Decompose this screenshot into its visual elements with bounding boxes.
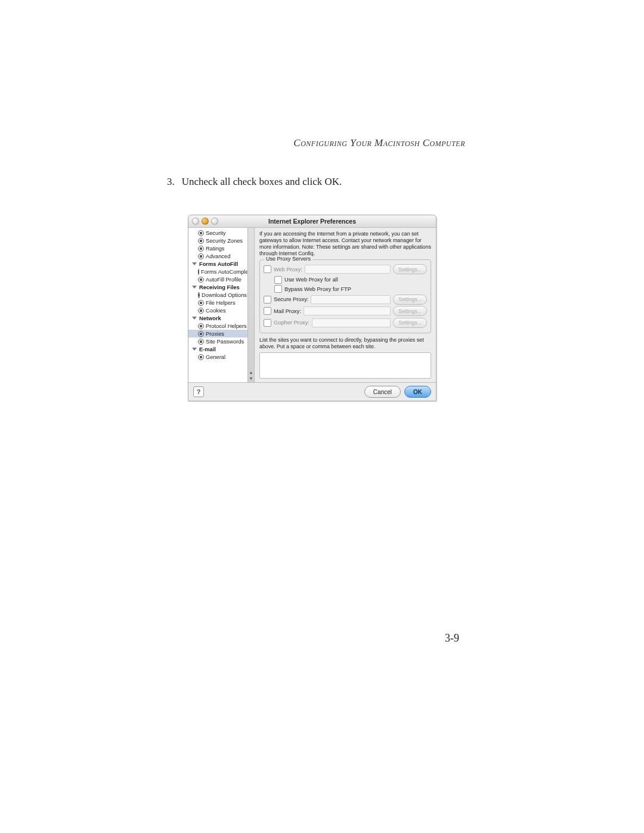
mail-proxy-row: Mail Proxy: Settings...: [264, 306, 427, 316]
sidebar-item-label: Site Passwords: [206, 339, 244, 345]
disclosure-triangle-icon[interactable]: [192, 317, 197, 320]
gopher-proxy-row: Gopher Proxy: Settings...: [264, 318, 427, 328]
sidebar-item-label: Security: [206, 230, 226, 236]
sidebar-item-autofill-profile[interactable]: AutoFill Profile: [188, 275, 248, 283]
gopher-proxy-settings-button[interactable]: Settings...: [393, 318, 427, 328]
bypass-ftp-checkbox[interactable]: [274, 285, 282, 293]
proxy-groupbox: Use Proxy Servers Web Proxy: Settings...…: [259, 259, 431, 334]
running-header: Configuring Your Macintosh Computer: [167, 137, 465, 149]
gopher-proxy-label: Gopher Proxy:: [274, 320, 309, 326]
sidebar-item-label: Forms AutoComplete: [201, 269, 253, 275]
sidebar-item-forms-autocomplete[interactable]: Forms AutoComplete: [188, 268, 248, 275]
window-titlebar: Internet Explorer Preferences: [188, 215, 436, 228]
sidebar-item-security[interactable]: Security: [188, 229, 248, 237]
bypass-sites-textarea[interactable]: [259, 352, 431, 379]
sidebar-scrollbar[interactable]: ▲ ▼: [247, 228, 254, 382]
use-web-proxy-all-label: Use Web Proxy for all: [284, 277, 338, 283]
mail-proxy-field[interactable]: [304, 306, 391, 315]
sidebar-item-label: Network: [199, 315, 221, 321]
sidebar-item-label: Forms AutoFill: [199, 261, 238, 267]
sidebar-item-label: AutoFill Profile: [206, 277, 242, 283]
web-proxy-field[interactable]: [305, 265, 391, 274]
groupbox-legend: Use Proxy Servers: [264, 256, 312, 262]
use-web-proxy-all-checkbox[interactable]: [274, 276, 282, 284]
intro-text: If you are accessing the Internet from a…: [259, 231, 431, 258]
cancel-button[interactable]: Cancel: [364, 386, 401, 398]
scroll-up-icon[interactable]: ▲: [248, 370, 254, 376]
disclosure-triangle-icon[interactable]: [192, 262, 197, 265]
sidebar-item-label: Cookies: [206, 308, 226, 314]
gear-icon: [198, 253, 204, 259]
sidebar-item-cookies[interactable]: Cookies: [188, 306, 248, 314]
bypass-ftp-label: Bypass Web Proxy for FTP: [284, 286, 351, 292]
bypass-description: List the sites you want to connect to di…: [259, 337, 431, 350]
gear-icon: [198, 277, 204, 283]
web-proxy-label: Web Proxy:: [274, 267, 302, 272]
disclosure-triangle-icon[interactable]: [192, 348, 197, 351]
secure-proxy-field[interactable]: [311, 295, 391, 304]
sidebar-item-general[interactable]: General: [188, 353, 248, 361]
sidebar-item-label: E-mail: [199, 346, 216, 352]
step-text: Uncheck all check boxes and click OK.: [182, 176, 342, 188]
sidebar-item-label: Protocol Helpers: [206, 323, 247, 329]
sidebar-item-label: General: [206, 354, 225, 360]
gear-icon: [198, 292, 200, 298]
gopher-proxy-checkbox[interactable]: [264, 319, 271, 327]
gear-icon: [198, 323, 204, 329]
sidebar-item-file-helpers[interactable]: File Helpers: [188, 299, 248, 306]
sidebar-item-advanced[interactable]: Advanced: [188, 252, 248, 260]
ok-button[interactable]: OK: [404, 386, 431, 398]
web-proxy-row: Web Proxy: Settings...: [264, 264, 427, 274]
sidebar-item-label: File Helpers: [206, 300, 236, 306]
bypass-ftp-row: Bypass Web Proxy for FTP: [264, 285, 427, 293]
secure-proxy-row: Secure Proxy: Settings...: [264, 295, 427, 305]
gear-icon: [198, 230, 204, 236]
scroll-down-icon[interactable]: ▼: [248, 376, 254, 382]
sidebar-item-security-zones[interactable]: Security Zones: [188, 237, 248, 244]
sidebar-item-ratings[interactable]: Ratings: [188, 244, 248, 252]
disclosure-triangle-icon[interactable]: [192, 286, 197, 289]
secure-proxy-checkbox[interactable]: [264, 296, 271, 304]
secure-proxy-settings-button[interactable]: Settings...: [393, 295, 427, 305]
preferences-sidebar: SecuritySecurity ZonesRatingsAdvancedFor…: [188, 228, 255, 382]
sidebar-item-e-mail[interactable]: E-mail: [188, 345, 248, 353]
mail-proxy-checkbox[interactable]: [264, 307, 271, 315]
sidebar-item-label: Proxies: [206, 331, 224, 337]
sidebar-item-forms-autofill[interactable]: Forms AutoFill: [188, 260, 248, 268]
instruction-step: 3. Uncheck all check boxes and click OK.: [167, 176, 465, 188]
help-button[interactable]: ?: [193, 386, 204, 397]
sidebar-item-label: Security Zones: [206, 238, 243, 244]
secure-proxy-label: Secure Proxy:: [274, 296, 308, 302]
gear-icon: [198, 354, 204, 360]
sidebar-item-proxies[interactable]: Proxies: [188, 330, 248, 337]
preferences-window: Internet Explorer Preferences SecuritySe…: [188, 215, 436, 401]
gear-icon: [198, 269, 199, 275]
web-proxy-settings-button[interactable]: Settings...: [393, 264, 427, 274]
web-proxy-checkbox[interactable]: [264, 265, 271, 273]
gear-icon: [198, 308, 204, 314]
preferences-content: If you are accessing the Internet from a…: [255, 228, 436, 382]
gear-icon: [198, 300, 204, 306]
dialog-button-bar: ? Cancel OK: [188, 382, 436, 401]
gear-icon: [198, 331, 204, 337]
window-title: Internet Explorer Preferences: [188, 218, 436, 225]
gear-icon: [198, 238, 204, 244]
mail-proxy-settings-button[interactable]: Settings...: [393, 306, 427, 316]
page-number: 3-9: [445, 632, 459, 645]
gear-icon: [198, 246, 204, 252]
step-number: 3.: [167, 176, 175, 188]
use-web-proxy-all-row: Use Web Proxy for all: [264, 276, 427, 284]
mail-proxy-label: Mail Proxy:: [274, 308, 301, 314]
sidebar-item-receiving-files[interactable]: Receiving Files: [188, 283, 248, 291]
sidebar-item-label: Download Options: [202, 292, 247, 298]
sidebar-item-download-options[interactable]: Download Options: [188, 291, 248, 299]
sidebar-item-protocol-helpers[interactable]: Protocol Helpers: [188, 322, 248, 330]
gopher-proxy-field[interactable]: [312, 318, 391, 327]
sidebar-item-label: Receiving Files: [199, 284, 240, 290]
gear-icon: [198, 339, 204, 345]
sidebar-item-site-passwords[interactable]: Site Passwords: [188, 337, 248, 345]
sidebar-item-label: Advanced: [206, 253, 230, 259]
sidebar-item-label: Ratings: [206, 246, 225, 252]
sidebar-item-network[interactable]: Network: [188, 314, 248, 322]
